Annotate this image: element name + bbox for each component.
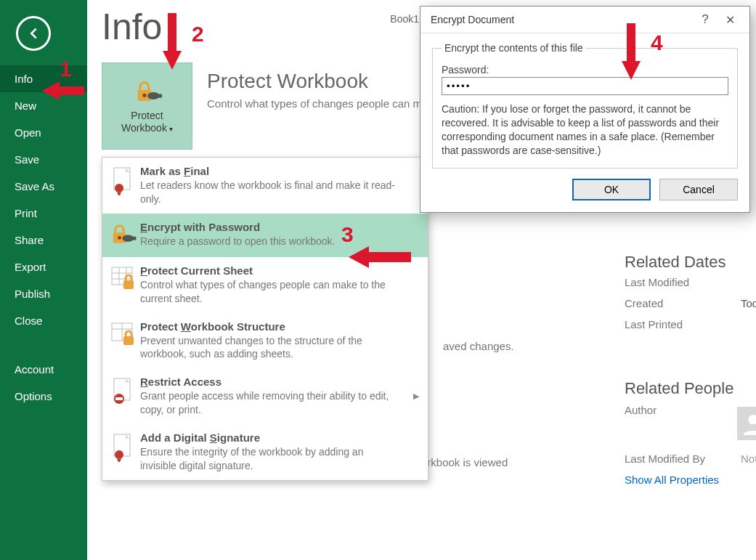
- menu-add-digital-signature[interactable]: Add a Digital Signature Ensure the integ…: [102, 424, 428, 480]
- avatar-icon: [737, 407, 756, 440]
- menu-item-title: Protect Current Sheet: [140, 264, 402, 277]
- sidebar-item-label: Account: [15, 363, 54, 376]
- menu-mark-as-final[interactable]: Mark as Final Let readers know the workb…: [102, 158, 428, 214]
- lock-key-icon: [107, 221, 140, 250]
- show-all-properties-link[interactable]: Show All Properties: [625, 474, 719, 486]
- sidebar-item-account[interactable]: Account: [0, 356, 87, 383]
- sheet-lock-icon: [107, 264, 140, 306]
- help-button[interactable]: ?: [693, 12, 718, 27]
- back-button[interactable]: [16, 16, 51, 51]
- prop-label: Last Modified By: [625, 453, 741, 465]
- obscured-text: orkbook is viewed: [421, 456, 508, 468]
- sidebar-item-label: Close: [15, 315, 42, 327]
- related-dates-heading: Related Dates: [625, 253, 725, 272]
- prop-label: Last Modified: [625, 276, 741, 288]
- sidebar-item-options[interactable]: Options: [0, 383, 87, 410]
- svg-point-28: [748, 415, 756, 424]
- menu-item-desc: Ensure the integrity of the workbook by …: [140, 445, 402, 473]
- sidebar-item-publish[interactable]: Publish: [0, 280, 87, 307]
- svg-rect-16: [123, 280, 134, 289]
- menu-item-title: Mark as Final: [140, 165, 402, 177]
- obscured-text: aved changes.: [443, 340, 514, 352]
- svg-point-27: [115, 450, 123, 459]
- menu-item-title: Encrypt with Password: [140, 221, 335, 233]
- sidebar-item-close[interactable]: Close: [0, 307, 87, 334]
- sidebar-item-label: Options: [15, 390, 52, 402]
- sidebar-item-label: New: [15, 100, 36, 112]
- menu-protect-workbook-structure[interactable]: Protect Workbook Structure Prevent unwan…: [102, 313, 428, 369]
- svg-rect-10: [129, 237, 137, 240]
- protect-workbook-menu: Mark as Final Let readers know the workb…: [102, 157, 428, 481]
- svg-rect-24: [115, 397, 123, 400]
- protect-workbook-button[interactable]: ProtectWorkbook: [102, 62, 192, 150]
- menu-item-desc: Let readers know the workbook is final a…: [140, 179, 402, 206]
- prop-value: Not saved yet: [741, 453, 756, 465]
- sidebar-item-save[interactable]: Save: [0, 146, 87, 173]
- document-signature-icon: [107, 431, 140, 473]
- cancel-button[interactable]: Cancel: [659, 179, 738, 200]
- encrypt-document-dialog: Encrypt Document ? ✕ Encrypt the content…: [420, 6, 750, 213]
- menu-item-desc: Control what types of changes people can…: [140, 278, 402, 306]
- svg-rect-20: [123, 336, 134, 345]
- related-people-heading: Related People: [625, 379, 733, 398]
- sidebar-item-label: Publish: [15, 288, 50, 300]
- dialog-legend: Encrypt the contents of this file: [442, 42, 586, 54]
- sidebar-item-saveas[interactable]: Save As: [0, 173, 87, 200]
- lock-key-icon: [133, 78, 162, 107]
- backstage-sidebar: Info New Open Save Save As Print Share E…: [0, 0, 87, 560]
- svg-point-1: [142, 94, 146, 97]
- sidebar-item-info[interactable]: Info: [0, 65, 87, 92]
- sidebar-item-open[interactable]: Open: [0, 119, 87, 146]
- close-button[interactable]: ✕: [718, 13, 742, 27]
- menu-item-desc: Prevent unwanted changes to the structur…: [140, 334, 402, 362]
- svg-point-6: [115, 184, 123, 192]
- menu-item-desc: Grant people access while removing their…: [140, 389, 402, 417]
- sidebar-item-label: Export: [15, 261, 46, 273]
- sidebar-item-share[interactable]: Share: [0, 227, 87, 253]
- svg-point-8: [118, 236, 121, 240]
- password-caution-text: Caution: If you lose or forget the passw…: [442, 102, 728, 158]
- password-input[interactable]: [442, 77, 728, 95]
- sidebar-item-new[interactable]: New: [0, 92, 87, 119]
- menu-item-title: Restrict Access: [140, 376, 402, 388]
- sidebar-item-label: Share: [15, 234, 44, 246]
- prop-value: Today, 6:41 PM: [741, 297, 756, 309]
- sidebar-item-label: Open: [15, 126, 41, 139]
- sidebar-item-label: Info: [15, 73, 33, 85]
- svg-rect-3: [155, 94, 162, 98]
- sidebar-item-label: Save As: [15, 180, 54, 192]
- menu-protect-current-sheet[interactable]: Protect Current Sheet Control what types…: [102, 257, 428, 313]
- submenu-arrow-icon: ▶: [413, 391, 419, 401]
- sidebar-item-label: Print: [15, 207, 37, 219]
- prop-label: Created: [625, 297, 741, 309]
- workbook-lock-icon: [107, 320, 140, 362]
- menu-item-title: Add a Digital Signature: [140, 431, 402, 444]
- ok-button[interactable]: OK: [572, 179, 651, 200]
- sidebar-item-label: Save: [15, 153, 39, 166]
- menu-item-desc: Require a password to open this workbook…: [140, 235, 335, 248]
- menu-restrict-access[interactable]: Restrict Access Grant people access whil…: [102, 368, 428, 424]
- password-label: Password:: [442, 64, 728, 76]
- menu-encrypt-with-password[interactable]: Encrypt with Password Require a password…: [102, 214, 428, 257]
- sidebar-item-export[interactable]: Export: [0, 253, 87, 280]
- document-final-icon: [107, 165, 140, 206]
- document-restrict-icon: [107, 376, 140, 417]
- prop-label: Last Printed: [625, 318, 741, 330]
- dialog-title: Encrypt Document: [431, 14, 693, 25]
- menu-item-title: Protect Workbook Structure: [140, 320, 402, 333]
- prop-label: Author: [625, 404, 737, 442]
- sidebar-item-print[interactable]: Print: [0, 200, 87, 227]
